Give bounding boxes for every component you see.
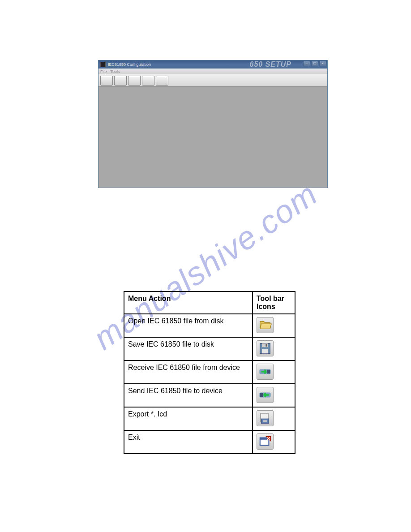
icon-cell	[253, 430, 295, 454]
header-menu-action: Menu Action	[124, 292, 253, 314]
minimize-button[interactable]: –	[303, 61, 310, 66]
action-label: Send IEC 61850 file to device	[124, 384, 253, 407]
table-row: Receive IEC 61850 file from device	[124, 360, 295, 384]
app-window: IEC61850 Configuration 650 SETUP – □ × F…	[98, 60, 328, 188]
toolbar-save-button[interactable]	[114, 76, 127, 86]
action-label: Receive IEC 61850 file from device	[124, 360, 253, 384]
receive-icon	[257, 364, 274, 380]
icon-cell	[253, 407, 295, 430]
toolbar-send-button[interactable]	[142, 76, 154, 86]
table-row: Open IEC 61850 file from disk	[124, 314, 295, 337]
icon-cell	[253, 314, 295, 337]
toolbar-exit-button[interactable]	[156, 76, 168, 86]
window-controls: – □ ×	[303, 61, 326, 66]
save-icon	[257, 340, 274, 356]
titlebar: IEC61850 Configuration 650 SETUP – □ ×	[98, 60, 327, 69]
action-table: Menu Action Tool bar Icons Open IEC 6185…	[124, 291, 295, 454]
exit-icon	[257, 433, 274, 450]
toolbar-receive-button[interactable]	[128, 76, 141, 86]
open-folder-icon	[257, 317, 274, 333]
menubar: File Tools	[98, 69, 327, 74]
send-icon	[257, 387, 274, 403]
icon-cell	[253, 337, 295, 360]
icon-cell	[253, 360, 295, 384]
header-toolbar-icons: Tool bar Icons	[253, 292, 295, 314]
toolbar	[98, 74, 327, 87]
action-label: Export *. Icd	[124, 407, 253, 430]
close-button[interactable]: ×	[319, 61, 326, 66]
table-row: Send IEC 61850 file to device	[124, 384, 295, 407]
window-title: IEC61850 Configuration	[108, 62, 151, 67]
menu-tools[interactable]: Tools	[111, 69, 120, 74]
brand-text: 650 SETUP	[250, 60, 291, 69]
app-icon	[100, 62, 106, 67]
workarea	[98, 87, 327, 188]
export-icon	[257, 410, 274, 426]
menu-file[interactable]: File	[100, 69, 107, 74]
table-row: Save IEC 61850 file to disk	[124, 337, 295, 360]
action-label: Save IEC 61850 file to disk	[124, 337, 253, 360]
table-row: Export *. Icd	[124, 407, 295, 430]
toolbar-open-button[interactable]	[100, 76, 113, 86]
table-row: Exit	[124, 430, 295, 454]
action-label: Open IEC 61850 file from disk	[124, 314, 253, 337]
maximize-button[interactable]: □	[311, 61, 318, 66]
icon-cell	[253, 384, 295, 407]
action-label: Exit	[124, 430, 253, 454]
